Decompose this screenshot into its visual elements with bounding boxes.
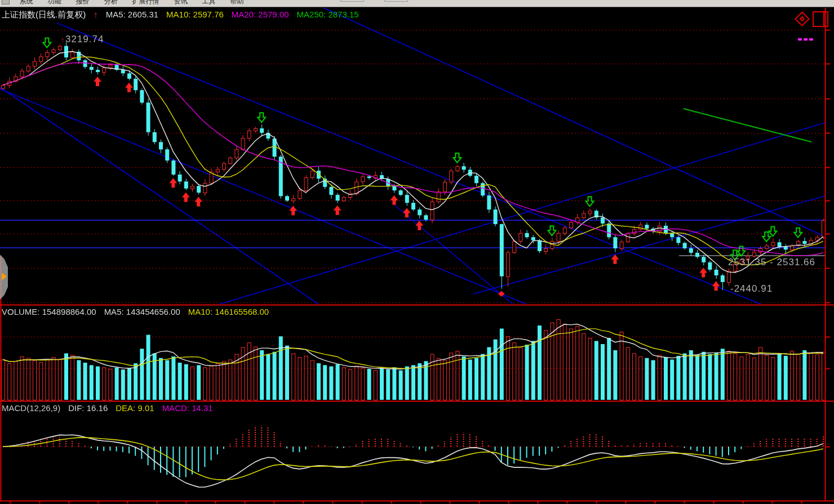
menu-item-4[interactable]: 扩展行情 bbox=[132, 0, 159, 6]
menu-item-3[interactable]: 分析 bbox=[104, 0, 117, 6]
menu-right-login[interactable]: 进入交易不登录 bbox=[596, 0, 644, 1]
draw-diamond-icon[interactable] bbox=[795, 11, 810, 26]
trade-button[interactable]: 交易 bbox=[384, 0, 408, 2]
menu-item-0[interactable]: 系统 bbox=[19, 0, 33, 6]
menu-bar: 系统功能报价分析扩展行情资讯工具帮助 委托 交易 进入交易不登录 上证指数 bbox=[0, 0, 834, 7]
expand-arrow-icon bbox=[2, 273, 7, 280]
app-window: 系统功能报价分析扩展行情资讯工具帮助 委托 交易 进入交易不登录 上证指数 上证… bbox=[0, 0, 834, 504]
more-dots-icon[interactable] bbox=[798, 33, 815, 43]
menu-items: 系统功能报价分析扩展行情资讯工具帮助 bbox=[12, 0, 251, 5]
chart-canvas[interactable] bbox=[0, 0, 834, 504]
drawing-toolbar bbox=[793, 11, 833, 39]
broker-button[interactable]: 委托 bbox=[340, 0, 364, 2]
menu-right-index[interactable]: 上证指数 bbox=[648, 0, 675, 1]
menu-item-5[interactable]: 资讯 bbox=[174, 0, 187, 6]
menu-item-7[interactable]: 帮助 bbox=[230, 0, 243, 6]
window-layout-icon[interactable] bbox=[813, 11, 828, 27]
menu-item-1[interactable]: 功能 bbox=[47, 0, 61, 6]
app-icon[interactable] bbox=[2, 0, 10, 5]
menu-item-6[interactable]: 工具 bbox=[202, 0, 215, 6]
menu-item-2[interactable]: 报价 bbox=[76, 0, 89, 6]
